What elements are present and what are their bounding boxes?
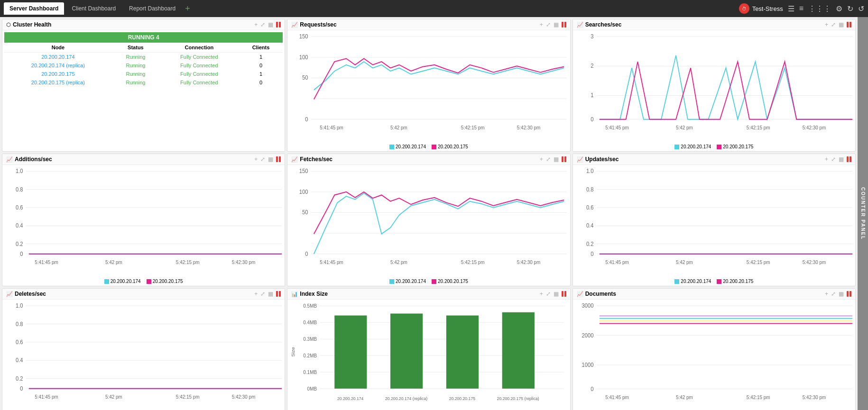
svg-text:5:42:30 pm: 5:42:30 pm — [802, 260, 826, 265]
svg-text:5:42:15 pm: 5:42:15 pm — [747, 394, 770, 400]
fetches-legend-box-2 — [432, 279, 436, 284]
documents-pause[interactable] — [847, 291, 851, 297]
status-cell: Running — [112, 70, 159, 78]
counter-panel-sidebar[interactable]: COUNTER PANEL — [858, 17, 868, 410]
updates-add[interactable]: + — [825, 156, 828, 163]
table-row: 20.200.20.174 (replica) Running Fully Co… — [4, 61, 283, 70]
deletes-add[interactable]: + — [254, 291, 258, 297]
svg-text:100: 100 — [299, 55, 308, 60]
updates-grid[interactable]: ▦ — [839, 156, 844, 163]
searches-controls: + ⤢ ▦ — [825, 21, 851, 28]
documents-grid[interactable]: ▦ — [839, 291, 844, 297]
requests-add[interactable]: + — [540, 21, 543, 28]
searches-expand[interactable]: ⤢ — [831, 21, 836, 28]
tab-server-dashboard[interactable]: Server Dashboard — [4, 2, 64, 15]
additions-pause[interactable] — [276, 156, 281, 162]
requests-expand[interactable]: ⤢ — [546, 21, 551, 28]
svg-rect-99 — [335, 316, 367, 389]
updates-expand[interactable]: ⤢ — [831, 156, 836, 163]
svg-text:2: 2 — [591, 63, 593, 69]
updates-legend-2: 20.200.20.175 — [717, 279, 753, 284]
menu-icon-1[interactable]: ☰ — [788, 4, 794, 13]
searches-pause[interactable] — [847, 22, 851, 27]
indexsize-header: 📊 Index Size + ⤢ ▦ — [287, 289, 570, 300]
documents-title: 📈 Documents — [577, 291, 616, 297]
svg-text:5:42:30 pm: 5:42:30 pm — [517, 125, 541, 130]
svg-text:0: 0 — [20, 385, 23, 391]
updates-chart-area: 1.0 0.8 0.6 0.4 0.2 0 5:41:45 pm 5:42 pm… — [573, 165, 855, 286]
indexsize-grid[interactable]: ▦ — [554, 291, 559, 297]
requests-pause[interactable] — [562, 22, 566, 27]
svg-text:0.6: 0.6 — [586, 205, 593, 210]
svg-text:5:42 pm: 5:42 pm — [105, 394, 122, 400]
requests-grid[interactable]: ▦ — [554, 21, 559, 28]
additions-expand[interactable]: ⤢ — [260, 156, 265, 163]
svg-text:150: 150 — [299, 168, 308, 174]
svg-text:50: 50 — [302, 75, 308, 81]
updates-pause[interactable] — [847, 156, 851, 162]
svg-text:5:42:30 pm: 5:42:30 pm — [232, 260, 256, 265]
fetches-chart-area: 150 100 50 0 5:41:45 pm 5:42 pm 5:42:15 … — [287, 165, 570, 286]
tab-report-dashboard[interactable]: Report Dashboard — [123, 2, 181, 15]
documents-add[interactable]: + — [825, 291, 828, 297]
node-cell[interactable]: 20.200.20.175 — [4, 70, 112, 78]
fetches-grid[interactable]: ▦ — [554, 156, 559, 163]
additions-grid[interactable]: ▦ — [268, 156, 273, 163]
fetches-expand[interactable]: ⤢ — [546, 156, 551, 163]
menu-icon-3[interactable]: ⋮⋮⋮ — [808, 4, 831, 13]
documents-expand[interactable]: ⤢ — [831, 291, 836, 297]
svg-text:5:41:45 pm: 5:41:45 pm — [605, 125, 629, 130]
running-bar: RUNNING 4 — [4, 32, 283, 43]
deletes-grid[interactable]: ▦ — [268, 291, 273, 297]
fetches-legend-1: 20.200.20.174 — [389, 279, 426, 284]
fetches-pause[interactable] — [562, 156, 566, 162]
svg-text:5:42:30 pm: 5:42:30 pm — [802, 394, 826, 400]
indexsize-pause[interactable] — [562, 291, 566, 297]
menu-icon-2[interactable]: ≡ — [799, 4, 803, 13]
searches-grid[interactable]: ▦ — [839, 21, 844, 28]
refresh-icon[interactable]: ↻ — [847, 4, 853, 13]
tab-client-dashboard[interactable]: Client Dashboard — [66, 2, 121, 15]
indexsize-icon: 📊 — [291, 291, 298, 297]
fetches-controls: + ⤢ ▦ — [540, 156, 566, 163]
searches-add[interactable]: + — [825, 21, 828, 28]
indexsize-chart-area: 0.5MB 0.4MB 0.3MB 0.2MB 0.1MB 0MB Size 2… — [287, 300, 570, 410]
svg-text:3: 3 — [591, 34, 593, 39]
svg-text:5:42 pm: 5:42 pm — [676, 394, 693, 400]
requests-legend-2: 20.200.20.175 — [432, 144, 468, 149]
indexsize-expand[interactable]: ⤢ — [546, 291, 551, 297]
cluster-add-ctrl[interactable]: + — [254, 21, 258, 28]
svg-text:5:42:15 pm: 5:42:15 pm — [176, 260, 200, 265]
cluster-expand-ctrl[interactable]: ⤢ — [260, 21, 265, 28]
additions-panel: 📈 Additions/sec + ⤢ ▦ — [2, 154, 285, 286]
settings-icon[interactable]: ⚙ — [836, 4, 842, 13]
svg-text:3000: 3000 — [582, 303, 593, 309]
refresh2-icon[interactable]: ↺ — [858, 4, 864, 13]
fetches-title: 📈 Fetches/sec — [291, 156, 332, 163]
svg-text:0.2: 0.2 — [586, 241, 593, 246]
svg-text:0.1MB: 0.1MB — [304, 370, 317, 375]
deletes-expand[interactable]: ⤢ — [260, 291, 265, 297]
brand-area: ⏱ Test-Stress — [739, 3, 783, 14]
svg-text:5:42:30 pm: 5:42:30 pm — [802, 125, 826, 130]
svg-rect-101 — [446, 316, 479, 389]
svg-text:0: 0 — [20, 251, 23, 256]
svg-rect-100 — [390, 314, 423, 389]
cluster-grid-ctrl[interactable]: ▦ — [268, 21, 273, 28]
add-tab-button[interactable]: + — [185, 4, 190, 14]
connection-cell: Fully Connected — [159, 53, 239, 62]
svg-text:0.4: 0.4 — [16, 357, 23, 363]
fetches-icon: 📈 — [291, 156, 298, 163]
cluster-pause-btn[interactable] — [276, 22, 281, 27]
additions-add[interactable]: + — [254, 156, 258, 163]
deletes-pause[interactable] — [276, 291, 281, 297]
node-cell[interactable]: 20.200.20.174 — [4, 53, 112, 62]
svg-text:20.200.20.174 (replica): 20.200.20.174 (replica) — [385, 396, 427, 401]
updates-legend: 20.200.20.174 20.200.20.175 — [573, 278, 855, 286]
node-cell[interactable]: 20.200.20.174 (replica) — [4, 61, 112, 70]
svg-text:1: 1 — [591, 92, 593, 98]
indexsize-add[interactable]: + — [540, 291, 543, 297]
searches-header: 📈 Searches/sec + ⤢ ▦ — [573, 19, 855, 30]
fetches-add[interactable]: + — [540, 156, 543, 163]
node-cell[interactable]: 20.200.20.175 (replica) — [4, 78, 112, 87]
